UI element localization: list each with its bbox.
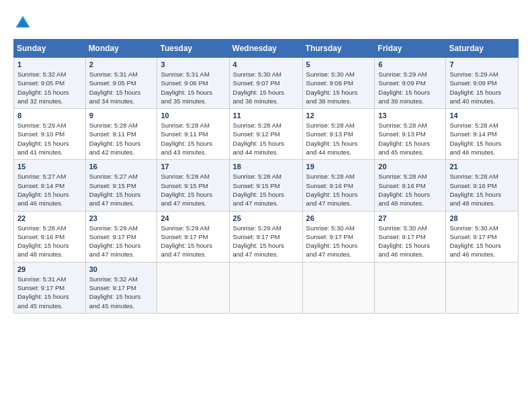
column-headers: SundayMondayTuesdayWednesdayThursdayFrid… xyxy=(14,40,519,58)
calendar-cell: 14Sunrise: 5:28 AM Sunset: 9:14 PM Dayli… xyxy=(446,109,519,160)
day-info: Sunrise: 5:32 AM Sunset: 9:05 PM Dayligh… xyxy=(17,70,82,105)
day-number: 25 xyxy=(233,214,299,222)
day-info: Sunrise: 5:28 AM Sunset: 9:16 PM Dayligh… xyxy=(449,172,515,208)
calendar-cell: 16Sunrise: 5:27 AM Sunset: 9:15 PM Dayli… xyxy=(85,160,157,211)
calendar-cell: 18Sunrise: 5:28 AM Sunset: 9:15 PM Dayli… xyxy=(229,160,302,211)
calendar-cell: 5Sunrise: 5:30 AM Sunset: 9:08 PM Daylig… xyxy=(302,58,375,109)
calendar-cell: 26Sunrise: 5:30 AM Sunset: 9:17 PM Dayli… xyxy=(302,211,375,262)
day-number: 17 xyxy=(161,163,225,171)
day-info: Sunrise: 5:28 AM Sunset: 9:11 PM Dayligh… xyxy=(161,121,225,156)
day-number: 12 xyxy=(306,111,371,120)
day-number: 10 xyxy=(161,111,225,120)
calendar-cell: 22Sunrise: 5:28 AM Sunset: 9:16 PM Dayli… xyxy=(14,211,86,262)
calendar-cell xyxy=(446,262,519,313)
calendar-cell: 23Sunrise: 5:29 AM Sunset: 9:17 PM Dayli… xyxy=(85,211,157,262)
day-info: Sunrise: 5:31 AM Sunset: 9:17 PM Dayligh… xyxy=(17,275,82,310)
day-info: Sunrise: 5:28 AM Sunset: 9:13 PM Dayligh… xyxy=(306,121,371,156)
day-info: Sunrise: 5:29 AM Sunset: 9:09 PM Dayligh… xyxy=(449,70,515,105)
day-number: 13 xyxy=(378,111,442,120)
calendar-cell: 19Sunrise: 5:28 AM Sunset: 9:16 PM Dayli… xyxy=(302,160,375,211)
day-info: Sunrise: 5:29 AM Sunset: 9:10 PM Dayligh… xyxy=(17,121,82,156)
calendar-cell: 8Sunrise: 5:29 AM Sunset: 9:10 PM Daylig… xyxy=(14,109,86,160)
calendar-cell: 13Sunrise: 5:28 AM Sunset: 9:13 PM Dayli… xyxy=(375,109,446,160)
calendar-cell: 9Sunrise: 5:28 AM Sunset: 9:11 PM Daylig… xyxy=(85,109,157,160)
day-info: Sunrise: 5:29 AM Sunset: 9:17 PM Dayligh… xyxy=(89,224,154,259)
day-info: Sunrise: 5:29 AM Sunset: 9:09 PM Dayligh… xyxy=(378,70,442,105)
calendar-week-2: 8Sunrise: 5:29 AM Sunset: 9:10 PM Daylig… xyxy=(14,109,519,160)
calendar-cell: 7Sunrise: 5:29 AM Sunset: 9:09 PM Daylig… xyxy=(446,58,519,109)
calendar-cell: 30Sunrise: 5:32 AM Sunset: 9:17 PM Dayli… xyxy=(85,262,157,313)
day-number: 22 xyxy=(17,214,82,222)
logo xyxy=(13,13,35,32)
day-number: 28 xyxy=(449,214,515,222)
calendar-cell: 6Sunrise: 5:29 AM Sunset: 9:09 PM Daylig… xyxy=(375,58,446,109)
calendar-cell: 15Sunrise: 5:27 AM Sunset: 9:14 PM Dayli… xyxy=(14,160,86,211)
day-number: 11 xyxy=(233,111,299,120)
day-info: Sunrise: 5:27 AM Sunset: 9:15 PM Dayligh… xyxy=(89,172,154,208)
day-number: 18 xyxy=(233,163,299,171)
day-info: Sunrise: 5:30 AM Sunset: 9:17 PM Dayligh… xyxy=(306,224,371,259)
day-number: 20 xyxy=(378,163,442,171)
day-number: 15 xyxy=(17,163,82,171)
col-header-saturday: Saturday xyxy=(446,40,519,58)
day-number: 29 xyxy=(17,265,82,273)
day-number: 9 xyxy=(89,111,154,120)
day-info: Sunrise: 5:30 AM Sunset: 9:07 PM Dayligh… xyxy=(233,70,299,105)
calendar-cell: 11Sunrise: 5:28 AM Sunset: 9:12 PM Dayli… xyxy=(229,109,302,160)
day-number: 27 xyxy=(378,214,442,222)
day-number: 24 xyxy=(161,214,225,222)
day-info: Sunrise: 5:28 AM Sunset: 9:11 PM Dayligh… xyxy=(89,121,154,156)
calendar-cell: 12Sunrise: 5:28 AM Sunset: 9:13 PM Dayli… xyxy=(302,109,375,160)
day-info: Sunrise: 5:28 AM Sunset: 9:16 PM Dayligh… xyxy=(306,172,371,208)
calendar-cell: 20Sunrise: 5:28 AM Sunset: 9:16 PM Dayli… xyxy=(375,160,446,211)
day-number: 19 xyxy=(306,163,371,171)
calendar-cell xyxy=(229,262,302,313)
day-info: Sunrise: 5:28 AM Sunset: 9:13 PM Dayligh… xyxy=(378,121,442,156)
day-number: 1 xyxy=(17,60,82,68)
day-info: Sunrise: 5:27 AM Sunset: 9:14 PM Dayligh… xyxy=(17,172,82,208)
day-number: 5 xyxy=(306,60,371,68)
day-info: Sunrise: 5:28 AM Sunset: 9:15 PM Dayligh… xyxy=(233,172,299,208)
col-header-sunday: Sunday xyxy=(14,40,86,58)
day-info: Sunrise: 5:29 AM Sunset: 9:17 PM Dayligh… xyxy=(233,224,299,259)
day-number: 16 xyxy=(89,163,154,171)
calendar-cell: 17Sunrise: 5:28 AM Sunset: 9:15 PM Dayli… xyxy=(157,160,229,211)
day-number: 26 xyxy=(306,214,371,222)
day-info: Sunrise: 5:30 AM Sunset: 9:17 PM Dayligh… xyxy=(449,224,515,259)
calendar-week-4: 22Sunrise: 5:28 AM Sunset: 9:16 PM Dayli… xyxy=(14,211,519,262)
calendar-week-1: 1Sunrise: 5:32 AM Sunset: 9:05 PM Daylig… xyxy=(14,58,519,109)
calendar-cell: 24Sunrise: 5:29 AM Sunset: 9:17 PM Dayli… xyxy=(157,211,229,262)
day-number: 2 xyxy=(89,60,154,68)
day-info: Sunrise: 5:30 AM Sunset: 9:08 PM Dayligh… xyxy=(306,70,371,105)
calendar-cell xyxy=(375,262,446,313)
day-info: Sunrise: 5:28 AM Sunset: 9:14 PM Dayligh… xyxy=(449,121,515,156)
calendar-cell: 3Sunrise: 5:31 AM Sunset: 9:06 PM Daylig… xyxy=(157,58,229,109)
calendar-cell: 25Sunrise: 5:29 AM Sunset: 9:17 PM Dayli… xyxy=(229,211,302,262)
col-header-tuesday: Tuesday xyxy=(157,40,229,58)
logo-icon xyxy=(13,13,32,32)
calendar-cell: 28Sunrise: 5:30 AM Sunset: 9:17 PM Dayli… xyxy=(446,211,519,262)
day-info: Sunrise: 5:28 AM Sunset: 9:16 PM Dayligh… xyxy=(378,172,442,208)
calendar-cell xyxy=(302,262,375,313)
calendar-cell: 21Sunrise: 5:28 AM Sunset: 9:16 PM Dayli… xyxy=(446,160,519,211)
day-info: Sunrise: 5:28 AM Sunset: 9:15 PM Dayligh… xyxy=(161,172,225,208)
calendar-cell: 27Sunrise: 5:30 AM Sunset: 9:17 PM Dayli… xyxy=(375,211,446,262)
day-number: 7 xyxy=(449,60,515,68)
day-number: 23 xyxy=(89,214,154,222)
calendar-cell: 29Sunrise: 5:31 AM Sunset: 9:17 PM Dayli… xyxy=(14,262,86,313)
day-info: Sunrise: 5:29 AM Sunset: 9:17 PM Dayligh… xyxy=(161,224,225,259)
calendar-week-5: 29Sunrise: 5:31 AM Sunset: 9:17 PM Dayli… xyxy=(14,262,519,313)
col-header-wednesday: Wednesday xyxy=(229,40,302,58)
page-header xyxy=(13,13,519,32)
day-number: 8 xyxy=(17,111,82,120)
calendar-cell: 2Sunrise: 5:31 AM Sunset: 9:05 PM Daylig… xyxy=(85,58,157,109)
day-number: 14 xyxy=(449,111,515,120)
col-header-thursday: Thursday xyxy=(302,40,375,58)
calendar-table: SundayMondayTuesdayWednesdayThursdayFrid… xyxy=(13,39,519,314)
calendar-cell: 4Sunrise: 5:30 AM Sunset: 9:07 PM Daylig… xyxy=(229,58,302,109)
calendar-cell: 10Sunrise: 5:28 AM Sunset: 9:11 PM Dayli… xyxy=(157,109,229,160)
day-number: 6 xyxy=(378,60,442,68)
col-header-friday: Friday xyxy=(375,40,446,58)
day-number: 30 xyxy=(89,265,154,273)
day-info: Sunrise: 5:31 AM Sunset: 9:05 PM Dayligh… xyxy=(89,70,154,105)
